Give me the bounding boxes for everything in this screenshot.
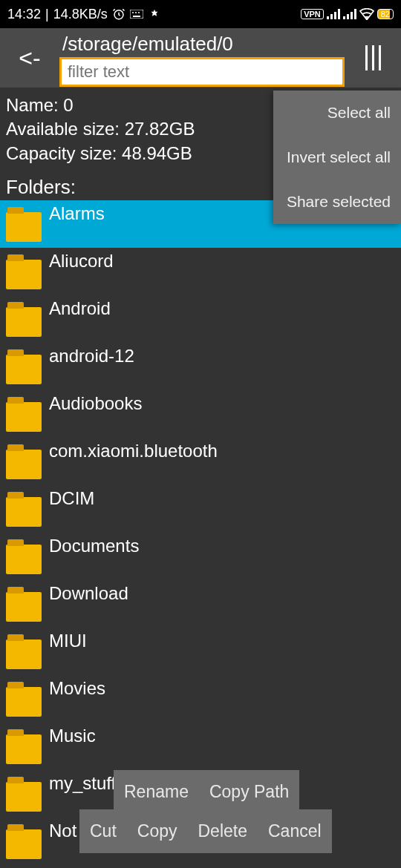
svg-rect-10	[343, 16, 345, 19]
action-bar-bottom: Cut Copy Delete Cancel	[79, 809, 332, 853]
svg-point-3	[135, 12, 137, 13]
folder-name: MIUI	[49, 628, 87, 651]
folder-icon	[6, 687, 42, 717]
menu-share-selected[interactable]: Share selected	[273, 180, 401, 224]
folder-item[interactable]: Music	[0, 723, 401, 770]
folder-icon	[6, 450, 42, 479]
status-speed: 14.8KB/s	[53, 7, 108, 22]
folder-icon	[6, 734, 42, 764]
menu-invert-select[interactable]: Invert select all	[273, 135, 401, 180]
folder-icon	[6, 497, 42, 527]
folder-name: Documents	[49, 533, 139, 556]
folder-icon	[6, 355, 42, 384]
folder-item[interactable]: DCIM	[0, 485, 401, 533]
folder-item[interactable]: Android	[0, 295, 401, 343]
folder-item[interactable]: MIUI	[0, 628, 401, 675]
action-bar-top: Rename Copy Path	[114, 770, 299, 814]
folder-item[interactable]: Audiobooks	[0, 390, 401, 438]
path-text: /storage/emulated/0	[59, 33, 351, 56]
svg-rect-1	[130, 10, 143, 19]
folder-icon	[6, 212, 42, 242]
svg-rect-6	[327, 16, 329, 19]
svg-rect-9	[338, 9, 340, 19]
copy-path-button[interactable]: Copy Path	[199, 777, 299, 806]
cut-button[interactable]: Cut	[79, 817, 127, 846]
folder-icon	[6, 260, 42, 289]
folder-name: Aliucord	[49, 248, 114, 272]
folder-icon	[6, 402, 42, 432]
folder-icon	[6, 782, 42, 812]
svg-rect-7	[330, 14, 333, 19]
folder-item[interactable]: Documents	[0, 533, 401, 580]
status-time: 14:32	[7, 7, 41, 22]
folder-name: Not	[49, 818, 76, 841]
folder-name: my_stuff	[49, 770, 116, 794]
svg-point-14	[365, 17, 368, 19]
back-arrow-icon: <-	[19, 45, 40, 72]
signal-icon-2	[343, 9, 356, 19]
folder-icon	[6, 640, 42, 669]
toolbar: <- /storage/emulated/0	[0, 28, 401, 88]
location-icon	[148, 7, 161, 21]
cancel-button[interactable]: Cancel	[258, 817, 332, 846]
status-bar: 14:32 | 14.8KB/s VPN 82	[0, 0, 401, 28]
svg-point-4	[138, 12, 140, 13]
folder-item[interactable]: Download	[0, 580, 401, 628]
filter-input[interactable]	[68, 62, 336, 82]
folder-item[interactable]: com.xiaomi.bluetooth	[0, 438, 401, 485]
hamburger-icon	[365, 45, 381, 70]
alarm-icon	[112, 7, 125, 21]
vpn-badge: VPN	[301, 9, 324, 19]
svg-rect-11	[347, 14, 349, 19]
folder-name: Music	[49, 723, 96, 746]
keyboard-icon	[130, 10, 143, 19]
delete-button[interactable]: Delete	[188, 817, 258, 846]
rename-button[interactable]: Rename	[114, 777, 199, 806]
folder-name: Download	[49, 580, 128, 604]
svg-rect-12	[351, 12, 353, 19]
folder-name: Movies	[49, 675, 105, 699]
folder-icon	[6, 545, 42, 574]
svg-rect-5	[133, 16, 140, 17]
battery-icon: 82	[377, 9, 394, 19]
folder-icon	[6, 307, 42, 337]
folder-item[interactable]: android-12	[0, 343, 401, 390]
folder-name: Android	[49, 295, 111, 319]
copy-button[interactable]: Copy	[127, 817, 188, 846]
folder-icon	[6, 592, 42, 622]
status-separator: |	[45, 7, 49, 22]
folder-name: Audiobooks	[49, 390, 142, 414]
menu-button[interactable]	[351, 28, 395, 88]
dropdown-menu: Select all Invert select all Share selec…	[273, 91, 401, 224]
svg-rect-13	[354, 9, 356, 19]
menu-select-all[interactable]: Select all	[273, 91, 401, 135]
folder-item[interactable]: Aliucord	[0, 248, 401, 295]
signal-icon-1	[327, 9, 340, 19]
folder-name: com.xiaomi.bluetooth	[49, 438, 218, 461]
filter-wrap	[59, 57, 345, 87]
folder-icon	[6, 829, 42, 859]
folder-name: DCIM	[49, 485, 94, 509]
back-button[interactable]: <-	[0, 28, 59, 88]
svg-point-2	[132, 12, 134, 13]
svg-rect-8	[334, 12, 336, 19]
folder-name: android-12	[49, 343, 134, 366]
folder-list: AlarmsAliucordAndroidandroid-12Audiobook…	[0, 200, 401, 865]
folder-item[interactable]: Movies	[0, 675, 401, 723]
folder-name: Alarms	[49, 200, 105, 224]
wifi-icon	[359, 8, 374, 20]
